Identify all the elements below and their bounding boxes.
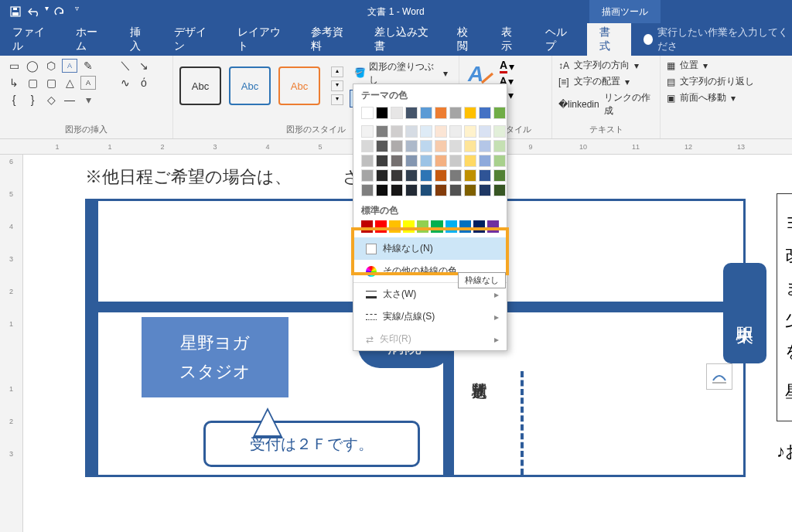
color-swatch[interactable] (405, 140, 418, 152)
shape-rect-icon[interactable]: ▭ (6, 59, 22, 73)
color-swatch[interactable] (376, 184, 388, 196)
color-swatch[interactable] (403, 220, 415, 233)
color-swatch[interactable] (473, 220, 485, 233)
color-swatch[interactable] (376, 125, 388, 138)
color-swatch[interactable] (435, 140, 447, 152)
color-swatch[interactable] (479, 169, 491, 182)
color-swatch[interactable] (391, 125, 403, 138)
color-swatch[interactable] (479, 140, 491, 152)
color-swatch[interactable] (420, 155, 432, 167)
color-swatch[interactable] (405, 184, 418, 196)
color-swatch[interactable] (405, 107, 418, 119)
shape-line2-icon[interactable]: — (62, 93, 77, 107)
color-swatch[interactable] (487, 220, 499, 233)
shape-line-icon[interactable]: ＼ (118, 59, 133, 73)
color-swatch[interactable] (376, 140, 388, 152)
color-swatch[interactable] (420, 140, 432, 152)
tab-review[interactable]: 校閲 (445, 23, 489, 56)
color-swatch[interactable] (435, 155, 447, 167)
tab-view[interactable]: 表示 (489, 23, 533, 56)
shape-connector-icon[interactable]: ↳ (6, 76, 22, 90)
position-button[interactable]: ▦位置▾ (667, 59, 754, 72)
color-swatch[interactable] (435, 184, 447, 196)
redo-icon[interactable] (52, 4, 67, 19)
color-swatch[interactable] (420, 169, 432, 182)
gallery-up-icon[interactable]: ▴ (331, 66, 343, 77)
standard-colors-row[interactable] (353, 219, 507, 237)
color-swatch[interactable] (435, 169, 447, 182)
color-swatch[interactable] (361, 155, 374, 167)
color-swatch[interactable] (389, 220, 401, 233)
shape-square-icon[interactable]: ▢ (25, 76, 40, 90)
tab-file[interactable]: ファイル (0, 23, 63, 56)
color-swatch[interactable] (464, 169, 476, 182)
text-fill-button[interactable]: A▾ (500, 59, 514, 73)
color-swatch[interactable] (449, 107, 462, 119)
gallery-down-icon[interactable]: ▾ (331, 80, 343, 91)
tab-help[interactable]: ヘルプ (533, 23, 587, 56)
color-swatch[interactable] (464, 125, 476, 138)
draw-textbox-icon[interactable]: A (80, 76, 96, 90)
tab-insert[interactable]: 挿入 (118, 23, 162, 56)
shape-style-3[interactable]: Abc (278, 66, 320, 105)
color-swatch[interactable] (449, 169, 462, 182)
bring-forward-button[interactable]: ▣前面へ移動▾ (667, 91, 754, 104)
color-swatch[interactable] (464, 184, 476, 196)
tab-design[interactable]: デザイン (162, 23, 225, 56)
color-swatch[interactable] (479, 155, 491, 167)
color-swatch[interactable] (464, 107, 476, 119)
color-swatch[interactable] (391, 169, 403, 182)
color-swatch[interactable] (405, 155, 418, 167)
color-swatch[interactable] (420, 125, 432, 138)
studio-shape[interactable]: 星野ヨガスタジオ (142, 317, 288, 397)
color-swatch[interactable] (420, 107, 432, 119)
tell-me-search[interactable]: 実行したい作業を入力してくださ (631, 26, 792, 53)
color-swatch[interactable] (417, 220, 428, 233)
shape-brace-icon[interactable]: { (6, 93, 22, 107)
theme-colors-row[interactable] (353, 104, 507, 122)
shape-rounded-icon[interactable]: ▢ (43, 76, 59, 90)
color-swatch[interactable] (420, 184, 432, 196)
color-swatch[interactable] (449, 140, 462, 152)
tab-format[interactable]: 書式 (587, 23, 631, 56)
shapes-gallery[interactable]: ▭ ◯ ⬡ A ✎ ＼ ↘ ↳ ▢ ▢ △ A ∿ ό { } ◇ — ▾ (6, 59, 153, 108)
color-swatch[interactable] (435, 107, 447, 119)
theme-shades-grid[interactable] (353, 122, 507, 200)
outline-dashes-item[interactable]: 実線/点線(S)▸ (353, 305, 507, 328)
color-swatch[interactable] (446, 220, 457, 233)
color-swatch[interactable] (459, 220, 471, 233)
undo-icon[interactable] (26, 4, 42, 19)
shape-diamond-icon[interactable]: ◇ (43, 93, 59, 107)
color-swatch[interactable] (391, 107, 403, 119)
layout-options-button[interactable] (706, 363, 732, 390)
color-swatch[interactable] (479, 107, 491, 119)
color-swatch[interactable] (376, 169, 388, 182)
color-swatch[interactable] (464, 140, 476, 152)
color-swatch[interactable] (431, 220, 442, 233)
color-swatch[interactable] (376, 107, 388, 119)
shape-tri-icon[interactable]: △ (62, 76, 77, 90)
color-swatch[interactable] (361, 125, 374, 138)
wrap-text-button[interactable]: ▤文字列の折り返し (667, 75, 754, 88)
gallery-expand-icon[interactable]: ▾ (331, 94, 343, 105)
shape-brace2-icon[interactable]: } (25, 93, 40, 107)
edit-shape-icon[interactable]: ✎ (80, 59, 96, 73)
color-swatch[interactable] (493, 155, 506, 167)
color-swatch[interactable] (375, 220, 387, 233)
color-swatch[interactable] (361, 169, 374, 182)
gallery-more-icon[interactable]: ▾ (80, 93, 96, 107)
color-swatch[interactable] (361, 220, 373, 233)
shape-octagon-icon[interactable]: ⬡ (43, 59, 59, 73)
color-swatch[interactable] (493, 140, 506, 152)
outline-arrows-item[interactable]: ⇄ 矢印(R)▸ (353, 328, 507, 350)
color-swatch[interactable] (493, 169, 506, 182)
no-outline-item[interactable]: 枠線なし(N) (353, 237, 507, 260)
shape-textbox-icon[interactable]: A (62, 59, 77, 73)
color-swatch[interactable] (361, 184, 374, 196)
text-direction-button[interactable]: ↕A文字列の方向▾ (558, 59, 654, 72)
shape-curve-icon[interactable]: ∿ (118, 76, 133, 90)
color-swatch[interactable] (435, 125, 447, 138)
shape-arrow-icon[interactable]: ↘ (136, 59, 152, 73)
color-swatch[interactable] (449, 125, 462, 138)
color-swatch[interactable] (361, 140, 374, 152)
